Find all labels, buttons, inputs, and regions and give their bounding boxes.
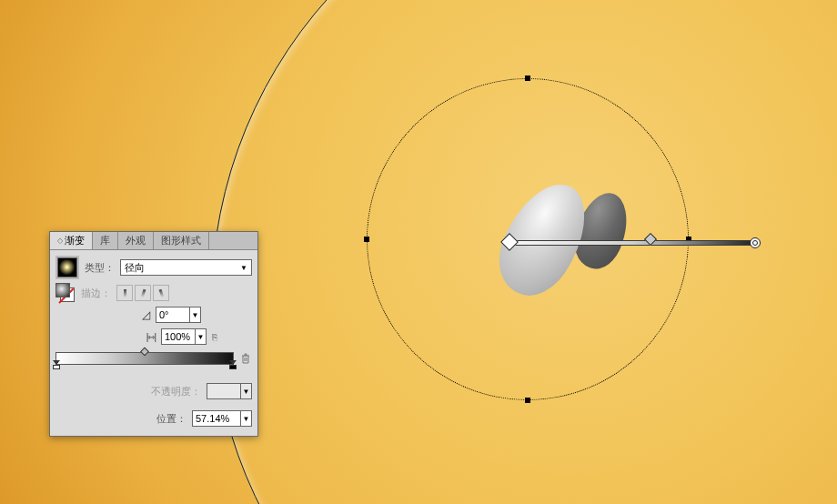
gradient-stop-end[interactable] <box>229 360 237 369</box>
gradient-annotator-bar[interactable] <box>509 240 757 246</box>
position-label: 位置： <box>156 412 187 426</box>
tab-library[interactable]: 库 <box>93 232 118 249</box>
gradient-stop-start[interactable] <box>53 360 60 369</box>
position-input[interactable]: 57.14% ▼ <box>192 410 252 427</box>
gradient-panel: 渐变 库 外观 图形样式 类型： 径向 ▼ 描边： <box>49 231 258 437</box>
selection-handle-left[interactable] <box>364 237 369 242</box>
chevron-down-icon[interactable]: ▼ <box>195 329 206 344</box>
delete-stop-button[interactable] <box>239 353 252 365</box>
opacity-value <box>207 384 240 398</box>
gradient-midpoint-slider[interactable] <box>140 348 149 357</box>
tab-gradient[interactable]: 渐变 <box>50 232 93 249</box>
stroke-gradient-mode-group <box>116 285 169 301</box>
tab-appearance[interactable]: 外观 <box>118 232 154 249</box>
type-label: 类型： <box>85 261 115 275</box>
panel-tabs: 渐变 库 外观 图形样式 <box>50 232 257 250</box>
chevron-down-icon[interactable]: ▼ <box>240 411 251 426</box>
aspect-input[interactable]: 100% ▼ <box>161 328 207 345</box>
aspect-value: 100% <box>162 329 195 344</box>
stroke-mode-across[interactable] <box>153 285 169 301</box>
opacity-input[interactable]: ▼ <box>207 383 252 399</box>
angle-value: 0° <box>156 307 189 322</box>
position-value: 57.14% <box>193 411 240 426</box>
type-select-value: 径向 <box>125 261 145 275</box>
chevron-down-icon[interactable]: ▼ <box>240 384 251 398</box>
fill-stroke-toggle[interactable] <box>55 283 76 303</box>
stroke-label: 描边： <box>81 287 111 300</box>
gradient-annotator[interactable] <box>509 237 757 248</box>
stroke-mode-along[interactable] <box>135 285 151 301</box>
link-icon[interactable]: ⎘ <box>212 332 217 342</box>
chevron-down-icon[interactable]: ▼ <box>189 307 200 322</box>
gradient-ramp[interactable] <box>55 352 234 365</box>
gradient-preview-swatch[interactable] <box>55 256 79 279</box>
artwork-shapes <box>482 176 655 339</box>
angle-icon <box>142 308 150 321</box>
selection-handle-bottom[interactable] <box>525 398 530 403</box>
opacity-label: 不透明度： <box>151 385 201 398</box>
chevron-down-icon: ▼ <box>240 264 247 272</box>
selection-handle-top[interactable] <box>525 76 530 81</box>
stroke-mode-within[interactable] <box>116 285 133 301</box>
type-select[interactable]: 径向 ▼ <box>120 259 252 276</box>
gradient-end-handle[interactable] <box>750 237 761 248</box>
aspect-ratio-icon <box>146 332 156 342</box>
angle-input[interactable]: 0° ▼ <box>156 307 201 323</box>
tab-graphic-styles[interactable]: 图形样式 <box>154 232 209 249</box>
